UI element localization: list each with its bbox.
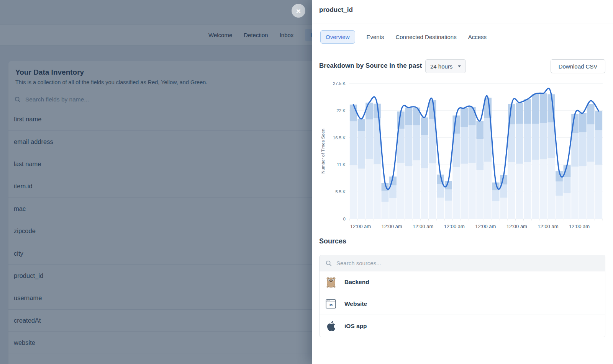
field-detail-panel: product_id OverviewEventsConnected Desti… <box>312 0 613 364</box>
sources-search-input[interactable] <box>336 260 599 266</box>
sources-list: BackendJSWebsiteiOS app <box>319 255 605 337</box>
panel-tabs: OverviewEventsConnected DestinationsAcce… <box>320 30 487 43</box>
panel-title: product_id <box>319 6 353 14</box>
svg-text:12:00 am: 12:00 am <box>506 224 527 229</box>
source-name: Website <box>344 300 367 307</box>
search-icon <box>326 260 332 266</box>
chevron-down-icon <box>458 65 461 67</box>
time-range-select[interactable]: 24 hours <box>425 59 466 73</box>
svg-text:12:00 am: 12:00 am <box>569 224 590 229</box>
svg-text:16.5 K: 16.5 K <box>333 135 346 140</box>
modal-dim-overlay[interactable] <box>0 0 312 364</box>
svg-text:JS: JS <box>329 304 333 307</box>
source-name: iOS app <box>344 323 367 330</box>
breakdown-chart-svg: 27.5 K22 K16.5 K11 K5.5 K0Number of Time… <box>319 78 605 230</box>
svg-text:12:00 am: 12:00 am <box>475 224 496 229</box>
svg-text:22 K: 22 K <box>336 108 346 113</box>
source-row-ios-app[interactable]: iOS app <box>320 315 605 337</box>
tab-events[interactable]: Events <box>367 34 384 40</box>
source-row-backend[interactable]: Backend <box>320 271 605 293</box>
source-name: Backend <box>344 279 369 286</box>
divider <box>312 51 613 51</box>
tab-connected-destinations[interactable]: Connected Destinations <box>395 34 456 40</box>
divider <box>312 23 613 23</box>
gopher-icon <box>326 277 336 288</box>
svg-text:11 K: 11 K <box>337 162 346 167</box>
apple-icon <box>326 321 336 331</box>
svg-text:12:00 am: 12:00 am <box>350 224 371 229</box>
download-csv-button[interactable]: Download CSV <box>551 59 605 73</box>
tab-access[interactable]: Access <box>468 34 487 40</box>
source-rows: BackendJSWebsiteiOS app <box>320 271 605 337</box>
svg-text:Number of Times Seen: Number of Times Seen <box>321 129 325 174</box>
sources-heading: Sources <box>319 237 346 245</box>
source-row-website[interactable]: JSWebsite <box>320 293 605 315</box>
close-panel-button[interactable]: × <box>292 4 305 18</box>
svg-text:27.5 K: 27.5 K <box>333 81 346 86</box>
svg-text:12:00 am: 12:00 am <box>381 224 402 229</box>
sources-search-bar[interactable] <box>320 255 605 271</box>
svg-text:12:00 am: 12:00 am <box>444 224 465 229</box>
svg-text:12:00 am: 12:00 am <box>538 224 558 229</box>
breakdown-chart: 27.5 K22 K16.5 K11 K5.5 K0Number of Time… <box>319 78 605 230</box>
tab-overview[interactable]: Overview <box>320 30 355 44</box>
svg-text:5.5 K: 5.5 K <box>335 189 346 194</box>
breakdown-heading: Breakdown by Source in the past <box>319 62 422 70</box>
time-range-value: 24 hours <box>430 63 452 70</box>
svg-text:0: 0 <box>343 217 346 221</box>
svg-text:12:00 am: 12:00 am <box>413 224 433 229</box>
close-icon: × <box>296 7 301 15</box>
js-browser-icon: JS <box>326 299 336 309</box>
